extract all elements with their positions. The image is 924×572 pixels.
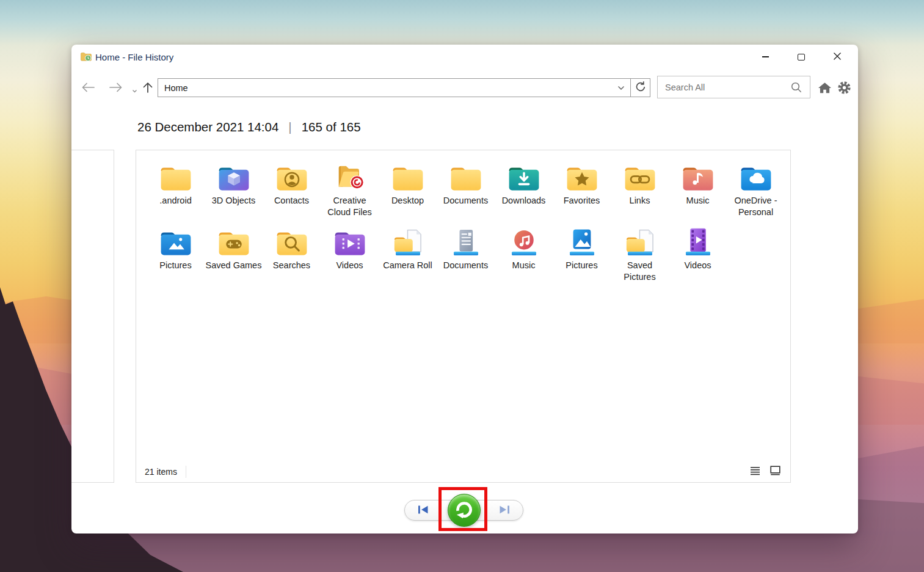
home-button[interactable] xyxy=(815,79,834,98)
maximize-button[interactable] xyxy=(787,46,816,68)
file-item[interactable]: Camera Roll xyxy=(379,224,437,288)
folder-icon xyxy=(158,159,194,193)
file-item[interactable]: Links xyxy=(611,159,669,224)
folder-contacts-icon xyxy=(274,159,310,193)
search-icon[interactable] xyxy=(790,81,810,94)
address-dropdown-icon[interactable] xyxy=(617,86,630,90)
library-documents-icon xyxy=(448,224,484,258)
file-item[interactable]: Documents xyxy=(437,224,495,288)
previous-version-icon xyxy=(417,505,429,516)
search-box[interactable] xyxy=(657,76,810,98)
file-item-label: Favorites xyxy=(564,195,600,207)
file-item[interactable]: Saved Pictures xyxy=(611,224,669,288)
file-item[interactable]: Documents xyxy=(437,159,495,224)
file-item-label: Downloads xyxy=(502,195,546,207)
next-version-button[interactable] xyxy=(498,505,511,516)
next-version-icon xyxy=(498,505,511,516)
file-item[interactable]: Searches xyxy=(263,224,321,288)
file-item-label: OneDrive - Personal xyxy=(728,195,784,218)
restore-button[interactable] xyxy=(448,494,481,527)
file-item-label: Documents xyxy=(443,260,488,271)
file-item[interactable]: Favorites xyxy=(553,159,611,224)
folder-pictures-icon xyxy=(158,224,194,258)
minimize-icon xyxy=(762,56,769,57)
previous-version-button[interactable] xyxy=(417,505,429,516)
folder-links-icon xyxy=(622,159,658,193)
library-saved-pictures-icon xyxy=(622,224,658,258)
file-item[interactable]: Creative Cloud Files xyxy=(321,159,379,224)
window-title: Home - File History xyxy=(95,52,173,62)
file-item[interactable]: Music xyxy=(669,159,727,224)
file-item-label: Desktop xyxy=(391,195,424,207)
refresh-icon xyxy=(635,81,647,95)
restore-arrow-icon xyxy=(453,499,475,522)
details-view-button[interactable] xyxy=(749,464,762,479)
maximize-icon xyxy=(798,54,805,61)
file-item[interactable]: OneDrive - Personal xyxy=(727,159,785,224)
address-bar[interactable]: Home xyxy=(158,78,631,97)
file-item-label: Documents xyxy=(443,195,488,207)
library-pictures-icon xyxy=(564,224,600,258)
status-divider xyxy=(186,466,186,478)
file-item-label: Links xyxy=(630,195,650,207)
file-item[interactable]: Videos xyxy=(321,224,379,288)
file-item-label: Music xyxy=(512,260,536,271)
file-item[interactable]: Desktop xyxy=(379,159,437,224)
file-item-label: Saved Games xyxy=(206,260,262,271)
folder-saved-games-icon xyxy=(216,224,252,258)
refresh-button[interactable] xyxy=(630,78,650,97)
file-grid: .android3D ObjectsContactsCreative Cloud… xyxy=(136,150,790,288)
settings-gear-button[interactable] xyxy=(835,79,853,98)
file-history-window: Home - File History xyxy=(71,45,858,534)
forward-button[interactable] xyxy=(107,79,125,97)
large-icons-view-button[interactable] xyxy=(769,464,782,479)
home-icon xyxy=(818,82,832,96)
file-item[interactable]: Contacts xyxy=(263,159,321,224)
details-view-icon xyxy=(750,466,760,477)
folder-downloads-icon xyxy=(506,159,542,193)
file-item-label: Contacts xyxy=(274,195,309,207)
status-bar: 21 items xyxy=(145,464,782,479)
gear-icon xyxy=(837,81,851,97)
folder-favorites-icon xyxy=(564,159,600,193)
file-item[interactable]: Pictures xyxy=(553,224,611,288)
file-item-label: Camera Roll xyxy=(383,260,432,271)
back-arrow-icon xyxy=(81,82,95,95)
items-count: 21 items xyxy=(145,467,177,477)
file-item-label: Videos xyxy=(336,260,363,271)
file-item[interactable]: Pictures xyxy=(147,224,205,288)
file-item-label: Saved Pictures xyxy=(612,260,668,283)
search-input[interactable] xyxy=(658,82,790,93)
file-item-label: Creative Cloud Files xyxy=(322,195,378,218)
file-item[interactable]: Saved Games xyxy=(205,224,263,288)
folder-creative-cloud-icon xyxy=(332,159,368,193)
forward-arrow-icon xyxy=(109,82,123,95)
file-history-app-icon xyxy=(80,51,92,64)
history-date: 26 December 2021 14:04 xyxy=(137,120,278,134)
titlebar: Home - File History xyxy=(71,45,858,72)
file-item-label: Searches xyxy=(273,260,310,271)
file-item[interactable]: Music xyxy=(495,224,553,288)
file-item-label: Pictures xyxy=(159,260,191,271)
file-item[interactable]: 3D Objects xyxy=(205,159,263,224)
minimize-button[interactable] xyxy=(751,46,780,68)
file-item[interactable]: Downloads xyxy=(495,159,553,224)
history-position: 165 of 165 xyxy=(302,120,361,134)
back-button[interactable] xyxy=(79,79,97,97)
left-pane xyxy=(71,150,114,483)
up-button[interactable] xyxy=(139,79,157,97)
file-item-label: Videos xyxy=(684,260,711,271)
file-item-label: .android xyxy=(159,195,191,207)
folder-music-icon xyxy=(680,159,716,193)
history-heading: 26 December 2021 14:04|165 of 165 xyxy=(137,120,361,134)
file-item[interactable]: Videos xyxy=(669,224,727,288)
file-list-pane: .android3D ObjectsContactsCreative Cloud… xyxy=(136,150,791,483)
up-arrow-icon xyxy=(142,81,154,95)
file-item[interactable]: .android xyxy=(147,159,205,224)
folder-searches-icon xyxy=(274,224,310,258)
folder-icon xyxy=(448,159,484,193)
recent-locations-chevron-icon[interactable] xyxy=(132,85,137,96)
desktop: Home - File History xyxy=(0,0,924,572)
heading-separator: | xyxy=(288,120,291,134)
close-button[interactable] xyxy=(823,46,852,68)
